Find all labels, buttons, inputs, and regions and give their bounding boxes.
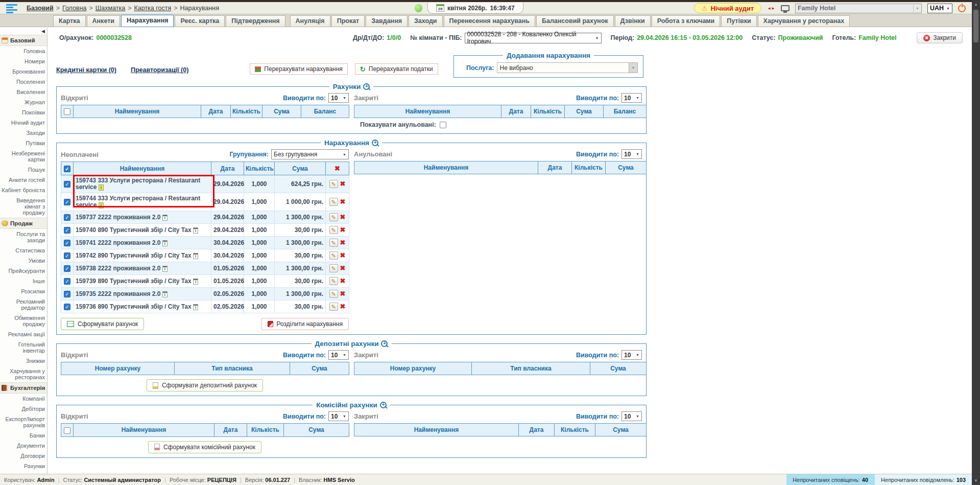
delete-icon[interactable]: ✖	[340, 303, 346, 310]
grouping-select[interactable]: Без групування▼	[271, 149, 349, 159]
breadcrumb-item[interactable]: Головна	[62, 5, 87, 12]
info-icon[interactable]: i	[193, 279, 198, 285]
breadcrumb-item[interactable]: Картка гостя	[134, 5, 171, 12]
sidebar-item[interactable]: Покоївки	[0, 107, 47, 118]
per-page-select[interactable]: 10▼	[622, 149, 642, 159]
sidebar-item[interactable]: Пошук	[0, 165, 47, 175]
row-checkbox[interactable]: ✓	[64, 227, 70, 234]
sidebar-item[interactable]: Обмеження продажу	[0, 313, 47, 329]
unread-messages-badge[interactable]: Непрочитаних повідомлень: 103	[874, 474, 972, 485]
sidebar-item[interactable]: Прейскуранти	[0, 266, 47, 276]
sidebar-item[interactable]: Розсилки	[0, 286, 47, 296]
table-row[interactable]: ✓ 159738 2222 проживання 2.0 i 01.05.202…	[61, 262, 349, 275]
info-icon[interactable]: i	[162, 240, 168, 246]
tab-item[interactable]: Балансовий рахунок	[536, 15, 614, 27]
row-checkbox[interactable]: ✓	[64, 304, 70, 310]
delete-icon[interactable]: ✖	[340, 239, 346, 246]
sidebar-item[interactable]: Незбережені картки	[0, 148, 47, 165]
info-icon[interactable]: i	[162, 266, 168, 272]
sidebar-item[interactable]: Кабінет броніста	[0, 185, 47, 195]
sidebar-item[interactable]: Головна	[0, 46, 47, 56]
zoom-plus-icon[interactable]: +	[381, 340, 388, 347]
sidebar-item[interactable]: Дебітори	[0, 404, 47, 414]
hotel-select[interactable]: Family Hotel ▼	[795, 4, 922, 13]
table-row[interactable]: ✓ 159736 890 Туристичний збір / City Tax…	[61, 301, 349, 313]
sidebar-collapse-icon[interactable]: ◀	[0, 28, 47, 35]
currency-select[interactable]: UAH ▼	[927, 4, 952, 13]
table-row[interactable]: ✓ 159742 890 Туристичний збір / City Tax…	[61, 249, 349, 262]
zoom-plus-icon[interactable]: +	[372, 140, 378, 146]
breadcrumb-item[interactable]: Шахматка	[95, 5, 125, 12]
info-icon[interactable]: i	[193, 253, 198, 259]
edit-icon[interactable]: ✎	[329, 213, 338, 221]
sidebar-item[interactable]: Готельний інвентар	[0, 339, 47, 356]
sidebar-item[interactable]: Нічний аудит	[0, 118, 47, 128]
sidebar-item[interactable]: Банки	[0, 430, 47, 441]
credit-cards-link[interactable]: Кредитні картки (0)	[56, 66, 116, 74]
tab-item[interactable]: Підтвердження	[226, 15, 285, 27]
tab-item[interactable]: Реєс. картка	[175, 15, 225, 27]
edit-icon[interactable]: ✎	[329, 180, 338, 188]
tab-item[interactable]: Перенесення нарахувань	[444, 15, 535, 27]
sidebar-item[interactable]: Виселення	[0, 87, 47, 97]
edit-icon[interactable]: ✎	[329, 303, 338, 311]
delete-icon[interactable]: ✖	[340, 251, 346, 259]
close-button[interactable]: ✖ Закрити	[917, 32, 963, 43]
sidebar-item[interactable]: Путівки	[0, 138, 47, 148]
sidebar-item[interactable]: Рекламні акції	[0, 329, 47, 339]
sidebar-item[interactable]: Анкети гостей	[0, 175, 47, 185]
tab-item[interactable]: Робота з ключами	[652, 15, 721, 27]
table-row[interactable]: ✓ 159741 2222 проживання 2.0 i 30.04.202…	[61, 237, 349, 249]
tab-item[interactable]: Дзвінки	[615, 15, 651, 27]
sidebar-item[interactable]: Експорт/Імпорт рахунків	[0, 414, 47, 430]
room-guest-select[interactable]: 0000032528 - 208 - Коваленко Олексій Іго…	[465, 33, 602, 43]
zoom-plus-icon[interactable]: +	[363, 83, 370, 90]
per-page-select[interactable]: 10▼	[328, 93, 349, 103]
table-row[interactable]: ✓ 159743 333 Услуги ресторана / Restaura…	[61, 175, 349, 193]
sidebar-section-header[interactable]: Бухгалтерія	[0, 382, 47, 394]
row-checkbox[interactable]: ✓	[64, 214, 70, 221]
per-page-select[interactable]: 10▼	[328, 350, 349, 360]
sidebar-item[interactable]: Харчування у ресторанах	[0, 366, 47, 382]
sidebar-item[interactable]: Документи	[0, 441, 47, 451]
table-row[interactable]: ✓ 159737 2222 проживання 2.0 i 29.04.202…	[61, 211, 349, 224]
vertical-scrollbar[interactable]: ▲ ▼	[972, 0, 980, 485]
row-checkbox[interactable]: ✓	[64, 265, 70, 272]
edit-icon[interactable]: ✎	[329, 226, 338, 234]
delete-icon[interactable]: ✖	[340, 264, 346, 272]
split-charge-button[interactable]: Розділити нарахування	[261, 318, 349, 330]
row-checkbox[interactable]: ✓	[64, 240, 70, 246]
sidebar-item[interactable]: Виведення кімнат з продажу	[0, 195, 47, 218]
tab-item[interactable]: Анкети	[87, 15, 120, 27]
row-checkbox[interactable]: ✓	[64, 291, 70, 297]
info-icon[interactable]: i	[162, 215, 168, 221]
tab-item[interactable]: Завдання	[366, 15, 408, 27]
edit-icon[interactable]: ✎	[329, 251, 338, 260]
sidebar-item[interactable]: Послуги та заходи	[0, 229, 47, 245]
edit-icon[interactable]: ✎	[329, 277, 338, 285]
monitor-icon[interactable]	[781, 5, 790, 11]
sidebar-item[interactable]: Компанії	[0, 394, 47, 404]
row-checkbox[interactable]: ✓	[64, 199, 70, 205]
delete-all-icon[interactable]: ✖	[334, 165, 340, 172]
preauthorizations-link[interactable]: Преавторизації (0)	[131, 66, 188, 74]
swap-arrows-icon[interactable]: ◄►	[767, 6, 775, 11]
tab-item[interactable]: Нарахування	[121, 15, 174, 27]
per-page-select[interactable]: 10▼	[622, 411, 642, 421]
select-all-checkbox[interactable]	[64, 427, 70, 434]
zoom-plus-icon[interactable]: +	[380, 402, 387, 408]
sidebar-item[interactable]: Умови	[0, 256, 47, 266]
sidebar-item[interactable]: Інше	[0, 276, 47, 286]
table-row[interactable]: ✓ 159744 333 Услуги ресторана / Restaura…	[61, 193, 349, 211]
sidebar-section-header[interactable]: Продаж	[0, 218, 47, 229]
edit-icon[interactable]: ✎	[329, 198, 338, 206]
menu-icon[interactable]	[6, 4, 17, 13]
breadcrumb-item[interactable]: Базовий	[27, 5, 54, 12]
edit-icon[interactable]: ✎	[329, 264, 338, 272]
service-select[interactable]: Не вибрано ▼	[497, 62, 638, 73]
recalculate-taxes-button[interactable]: ↻ Перерахувати податки	[355, 63, 438, 75]
select-all-checkbox[interactable]	[64, 108, 70, 115]
delete-icon[interactable]: ✖	[340, 213, 346, 221]
scrollbar-thumb[interactable]	[973, 10, 978, 42]
tab-item[interactable]: Путівки	[721, 15, 756, 27]
